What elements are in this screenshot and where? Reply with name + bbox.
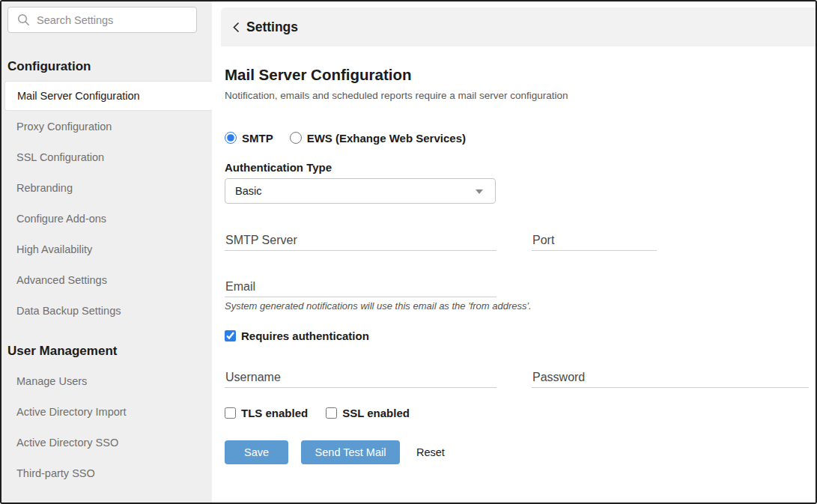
radio-option-smtp[interactable]: SMTP bbox=[225, 132, 273, 145]
smtp-server-input[interactable] bbox=[225, 226, 496, 251]
sidebar-item-label: Configure Add-ons bbox=[16, 213, 106, 225]
sidebar-item-label: SSL Configuration bbox=[16, 151, 104, 163]
authentication-type-value: Basic bbox=[235, 185, 261, 197]
requires-authentication-checkbox[interactable] bbox=[225, 330, 236, 341]
section-heading-user-management: User Management bbox=[7, 342, 206, 360]
tls-enabled-option[interactable]: TLS enabled bbox=[225, 407, 308, 419]
tls-enabled-label: TLS enabled bbox=[241, 407, 308, 419]
requires-authentication-row: Requires authentication bbox=[225, 330, 369, 344]
protocol-radio-group: SMTP EWS (Exhange Web Services) bbox=[225, 130, 466, 146]
sidebar-item-label: Active Directory SSO bbox=[16, 437, 118, 449]
chevron-left-icon bbox=[231, 21, 242, 34]
sidebar-item-label: Active Directory Import bbox=[16, 406, 127, 418]
sidebar-item-label: Third-party SSO bbox=[16, 467, 95, 479]
sidebar-item-third-party-sso[interactable]: Third-party SSO bbox=[1, 458, 212, 488]
sidebar-item-mail-server-configuration[interactable]: Mail Server Configuration bbox=[4, 81, 212, 111]
ssl-enabled-option[interactable]: SSL enabled bbox=[326, 407, 410, 419]
smtp-radio-label: SMTP bbox=[242, 132, 273, 145]
search-icon bbox=[17, 13, 30, 26]
radio-option-ews[interactable]: EWS (Exhange Web Services) bbox=[290, 132, 466, 145]
sidebar-item-label: Data Backup Settings bbox=[16, 305, 121, 317]
caret-down-icon bbox=[476, 189, 483, 194]
send-test-mail-button[interactable]: Send Test Mail bbox=[301, 440, 400, 464]
port-input[interactable] bbox=[532, 226, 657, 251]
email-helper-text: System generated notifications will use … bbox=[225, 300, 532, 312]
sidebar-item-advanced-settings[interactable]: Advanced Settings bbox=[1, 264, 212, 295]
sidebar-item-label: Rebranding bbox=[16, 182, 73, 194]
sidebar-item-ssl-configuration[interactable]: SSL Configuration bbox=[1, 142, 212, 172]
username-input[interactable] bbox=[225, 363, 496, 388]
password-input[interactable] bbox=[532, 363, 809, 388]
search-input[interactable] bbox=[37, 14, 186, 26]
sidebar-item-label: Proxy Configuration bbox=[16, 121, 112, 133]
smtp-radio[interactable] bbox=[225, 132, 237, 144]
actions-row: Save Send Test Mail Reset bbox=[225, 440, 445, 464]
email-input[interactable] bbox=[225, 273, 496, 297]
ssl-enabled-label: SSL enabled bbox=[342, 407, 410, 419]
sidebar-item-data-backup-settings[interactable]: Data Backup Settings bbox=[1, 295, 212, 326]
ssl-enabled-checkbox[interactable] bbox=[326, 407, 337, 419]
settings-sidebar: Configuration Mail Server Configuration … bbox=[1, 1, 212, 503]
sidebar-item-active-directory-sso[interactable]: Active Directory SSO bbox=[1, 427, 212, 458]
settings-header-bar: Settings bbox=[221, 7, 816, 46]
authentication-type-label: Authentication Type bbox=[225, 160, 332, 175]
sidebar-item-configure-add-ons[interactable]: Configure Add-ons bbox=[1, 203, 212, 234]
authentication-type-select[interactable]: Basic bbox=[225, 178, 496, 204]
section-heading-configuration: Configuration bbox=[7, 58, 206, 76]
reset-link[interactable]: Reset bbox=[416, 446, 445, 458]
app-window: Configuration Mail Server Configuration … bbox=[0, 0, 817, 504]
main-panel: Settings Mail Server Configuration Notif… bbox=[212, 1, 816, 503]
sidebar-item-high-availability[interactable]: High Availability bbox=[1, 234, 212, 264]
sidebar-item-proxy-configuration[interactable]: Proxy Configuration bbox=[1, 111, 212, 142]
save-button[interactable]: Save bbox=[225, 440, 288, 464]
search-box[interactable] bbox=[7, 7, 197, 33]
sidebar-item-rebranding[interactable]: Rebranding bbox=[1, 172, 212, 203]
sidebar-item-label: Advanced Settings bbox=[16, 274, 107, 286]
ews-radio[interactable] bbox=[290, 132, 302, 144]
sidebar-item-label: Manage Users bbox=[16, 375, 87, 387]
sidebar-item-label: High Availability bbox=[16, 243, 92, 255]
sidebar-item-active-directory-import[interactable]: Active Directory Import bbox=[1, 396, 212, 427]
back-to-settings-link[interactable]: Settings bbox=[231, 19, 298, 35]
ews-radio-label: EWS (Exhange Web Services) bbox=[307, 132, 466, 145]
sidebar-item-label: Mail Server Configuration bbox=[17, 90, 140, 102]
tls-enabled-checkbox[interactable] bbox=[225, 407, 236, 419]
requires-authentication-label: Requires authentication bbox=[241, 330, 369, 342]
page-title: Mail Server Configuration bbox=[225, 65, 411, 85]
page-subtitle: Notification, emails and scheduled repor… bbox=[225, 89, 568, 103]
sidebar-item-manage-users[interactable]: Manage Users bbox=[1, 365, 212, 396]
back-label: Settings bbox=[246, 19, 298, 35]
requires-authentication-option[interactable]: Requires authentication bbox=[225, 330, 369, 342]
tls-ssl-row: TLS enabled SSL enabled bbox=[225, 405, 410, 420]
